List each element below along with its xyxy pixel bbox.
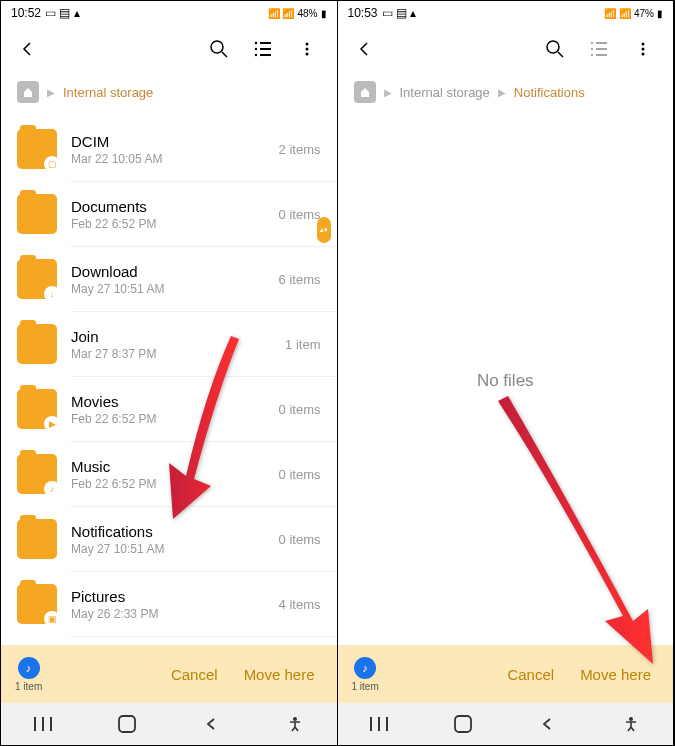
folder-row[interactable]: ♪ Music Feb 22 6:52 PM 0 items <box>1 442 337 506</box>
breadcrumb-item[interactable]: Internal storage <box>63 85 153 100</box>
svg-rect-11 <box>42 717 44 731</box>
list-view-icon[interactable] <box>581 31 617 67</box>
move-here-button[interactable]: Move here <box>572 660 659 689</box>
svg-point-20 <box>591 54 593 56</box>
folder-count: 1 item <box>285 337 320 352</box>
svg-point-1 <box>254 42 256 44</box>
cancel-button[interactable]: Cancel <box>499 660 562 689</box>
empty-state: No files <box>338 117 674 645</box>
svg-rect-21 <box>596 54 607 56</box>
svg-rect-2 <box>260 42 271 44</box>
folder-date: Feb 22 6:52 PM <box>71 477 265 491</box>
move-here-button[interactable]: Move here <box>236 660 323 689</box>
svg-rect-12 <box>50 717 52 731</box>
folder-list: ▢ DCIM Mar 22 10:05 AM 2 items Documents… <box>1 117 337 645</box>
svg-point-15 <box>547 41 559 53</box>
svg-rect-17 <box>596 42 607 44</box>
svg-point-24 <box>642 53 645 56</box>
more-icon[interactable] <box>625 31 661 67</box>
accessibility-button[interactable] <box>275 704 315 744</box>
svg-rect-19 <box>596 48 607 50</box>
home-icon[interactable] <box>17 81 39 103</box>
selection-count: 1 item <box>15 681 42 692</box>
navigation-bar <box>338 703 674 745</box>
svg-point-9 <box>305 53 308 56</box>
svg-rect-27 <box>386 717 388 731</box>
folder-icon: ▶ <box>17 389 57 429</box>
folder-row[interactable]: ↓ Download May 27 10:51 AM 6 items <box>1 247 337 311</box>
svg-rect-26 <box>378 717 380 731</box>
folder-row[interactable]: ▢ DCIM Mar 22 10:05 AM 2 items <box>1 117 337 181</box>
breadcrumb-item[interactable]: Internal storage <box>400 85 490 100</box>
svg-point-7 <box>305 43 308 46</box>
folder-icon <box>17 194 57 234</box>
chevron-right-icon: ▶ <box>498 87 506 98</box>
breadcrumb-item[interactable]: Notifications <box>514 85 585 100</box>
folder-row[interactable]: Documents Feb 22 6:52 PM 0 items <box>1 182 337 246</box>
recents-button[interactable] <box>359 704 399 744</box>
action-bar: ♪ 1 item Cancel Move here <box>338 645 674 703</box>
breadcrumb: ▶ Internal storage <box>1 73 337 117</box>
status-icons: ▭ ▤ ▴ <box>382 6 417 20</box>
folder-count: 0 items <box>279 532 321 547</box>
list-view-icon[interactable] <box>245 31 281 67</box>
file-type-icon: ♪ <box>354 657 376 679</box>
folder-date: May 27 10:51 AM <box>71 282 265 296</box>
folder-name: Movies <box>71 393 265 410</box>
folder-name: Download <box>71 263 265 280</box>
folder-count: 2 items <box>279 142 321 157</box>
folder-row[interactable]: ▶ Movies Feb 22 6:52 PM 0 items <box>1 377 337 441</box>
folder-badge-icon: ▣ <box>44 611 60 627</box>
cancel-button[interactable]: Cancel <box>163 660 226 689</box>
svg-rect-13 <box>119 716 135 732</box>
folder-name: Music <box>71 458 265 475</box>
file-type-icon: ♪ <box>18 657 40 679</box>
svg-rect-10 <box>34 717 36 731</box>
folder-row[interactable]: Join Mar 27 8:37 PM 1 item <box>1 312 337 376</box>
folder-name: Notifications <box>71 523 265 540</box>
battery-icon: ▮ <box>321 8 327 19</box>
svg-point-3 <box>254 48 256 50</box>
svg-point-16 <box>591 42 593 44</box>
chevron-right-icon: ▶ <box>384 87 392 98</box>
folder-date: Mar 27 8:37 PM <box>71 347 271 361</box>
folder-row[interactable]: ▣ Pictures May 26 2:33 PM 4 items <box>1 572 337 636</box>
folder-date: May 26 2:33 PM <box>71 607 265 621</box>
battery-icon: ▮ <box>657 8 663 19</box>
folder-name: Join <box>71 328 271 345</box>
accessibility-button[interactable] <box>611 704 651 744</box>
scroll-indicator[interactable]: ▴▾ <box>317 217 331 243</box>
folder-date: Mar 22 10:05 AM <box>71 152 265 166</box>
screen-left: 10:52 ▭ ▤ ▴ 📶 📶 48% ▮ ▶ Internal storage <box>1 1 338 745</box>
toolbar <box>338 25 674 73</box>
search-icon[interactable] <box>537 31 573 67</box>
back-button[interactable] <box>13 35 41 63</box>
home-button[interactable] <box>443 704 483 744</box>
svg-point-23 <box>642 48 645 51</box>
home-icon[interactable] <box>354 81 376 103</box>
svg-point-5 <box>254 54 256 56</box>
more-icon[interactable] <box>289 31 325 67</box>
folder-badge-icon: ▢ <box>44 156 60 172</box>
svg-point-0 <box>211 41 223 53</box>
svg-point-18 <box>591 48 593 50</box>
folder-date: Feb 22 6:52 PM <box>71 412 265 426</box>
status-bar: 10:52 ▭ ▤ ▴ 📶 📶 48% ▮ <box>1 1 337 25</box>
folder-row[interactable]: ♪ Podcasts Feb 22 6:52 PM 0 items <box>1 637 337 645</box>
svg-rect-6 <box>260 54 271 56</box>
home-button[interactable] <box>107 704 147 744</box>
back-button[interactable] <box>350 35 378 63</box>
status-time: 10:52 <box>11 6 41 20</box>
folder-name: Pictures <box>71 588 265 605</box>
folder-badge-icon: ▶ <box>44 416 60 432</box>
folder-row[interactable]: Notifications May 27 10:51 AM 0 items <box>1 507 337 571</box>
battery-pct: 48% <box>297 8 317 19</box>
search-icon[interactable] <box>201 31 237 67</box>
back-nav-button[interactable] <box>191 704 231 744</box>
breadcrumb: ▶ Internal storage ▶ Notifications <box>338 73 674 117</box>
folder-name: Documents <box>71 198 265 215</box>
svg-point-8 <box>305 48 308 51</box>
selected-item: ♪ 1 item <box>15 657 42 692</box>
recents-button[interactable] <box>23 704 63 744</box>
back-nav-button[interactable] <box>527 704 567 744</box>
